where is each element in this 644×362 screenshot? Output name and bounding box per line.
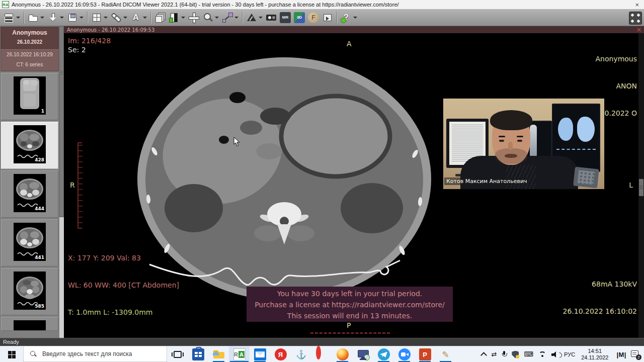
zoom-button[interactable]	[201, 11, 220, 25]
tray-defender[interactable]	[509, 351, 521, 358]
viewer-tab-close-button[interactable]: ×	[634, 27, 644, 33]
overlay-slice-info: T: 1.0mm L: -1309.0mm	[68, 308, 179, 317]
help-button[interactable]: ?	[339, 11, 359, 25]
dropdown-arrow-icon[interactable]	[234, 17, 238, 19]
dropdown-arrow-icon[interactable]	[60, 17, 64, 19]
series-thumbnail-scout[interactable]: 1	[1, 73, 58, 120]
app-logo-icon: RA	[2, 1, 9, 8]
taskbar-item-firefox[interactable]	[332, 346, 353, 362]
series-thumbnail-selected[interactable]: 428	[1, 122, 58, 169]
tray-expand-button[interactable]	[479, 351, 489, 357]
tray-network-activity[interactable]: ⇄	[489, 351, 499, 358]
taskbar-item-mail[interactable]	[250, 346, 270, 362]
mail-icon	[254, 348, 266, 360]
browse-series-button[interactable]	[153, 11, 167, 25]
dropdown-arrow-icon[interactable]	[79, 17, 84, 19]
menu-button[interactable]	[2, 11, 22, 25]
taskbar-item-powerpoint[interactable]: P	[415, 346, 435, 362]
image-scrollbar[interactable]	[638, 33, 644, 338]
study-header[interactable]: 26.10.2022 16:10:29 CT: 6 series	[1, 49, 59, 71]
taskbar-item-anchor[interactable]: ⚓	[291, 346, 311, 362]
tray-microphone[interactable]	[499, 351, 509, 358]
window-close-button[interactable]: ×	[630, 1, 644, 9]
annotations-button[interactable]: A	[129, 11, 148, 25]
transform-button[interactable]	[245, 11, 264, 25]
fullscreen-button[interactable]	[629, 12, 642, 25]
sidebar-scrollbar[interactable]	[59, 26, 64, 338]
export-window-button[interactable]	[320, 11, 335, 25]
measure-icon	[222, 12, 233, 23]
vertical-scale-ruler	[78, 143, 82, 228]
dropdown-arrow-icon[interactable]	[16, 17, 20, 19]
patient-header[interactable]: Anonymous 26.10.2022	[1, 27, 59, 49]
tray-language[interactable]: РУС	[561, 351, 578, 358]
taskbar-item-store[interactable]	[188, 346, 208, 362]
image-scrollbar-thumb[interactable]	[639, 179, 643, 196]
opera-icon	[316, 346, 321, 359]
mpr-button[interactable]: MR	[278, 11, 292, 25]
thumbnail-image: 585	[14, 272, 46, 310]
dropdown-arrow-icon[interactable]	[104, 17, 108, 19]
viewer-tab-bar[interactable]: Anonymous - 26.10.2022 16:09:53 ×	[64, 26, 644, 33]
pan-button[interactable]	[187, 11, 201, 25]
dropdown-arrow-icon[interactable]	[40, 17, 44, 19]
series-thumbnail[interactable]: 441	[1, 219, 58, 266]
tray-wifi[interactable]	[536, 351, 549, 357]
measure-button[interactable]	[220, 11, 240, 25]
microphone-icon	[502, 351, 507, 358]
radiant-icon: RA	[233, 348, 246, 360]
tray-im-app[interactable]: |М|	[612, 351, 631, 358]
sidebar-scrollbar-thumb[interactable]	[59, 26, 64, 217]
fusion-button[interactable]: F	[306, 11, 320, 25]
taskbar-item-radiant[interactable]: RA	[229, 346, 250, 362]
series-thumbnail[interactable]: 585	[1, 268, 58, 315]
import-icon	[47, 12, 58, 23]
task-view-icon	[172, 348, 184, 360]
wifi-icon	[538, 351, 546, 357]
export-window-icon	[322, 12, 333, 23]
search-input[interactable]	[41, 350, 159, 358]
action-center-button[interactable]: 2	[631, 350, 640, 358]
telegram-icon	[378, 348, 390, 360]
taskbar-item-paint[interactable]: ✎	[435, 346, 456, 362]
trial-line-1: You have 30 days left in your trial peri…	[247, 288, 453, 299]
shield-icon	[512, 351, 519, 358]
taskbar-item-remote-desktop[interactable]	[353, 346, 373, 362]
synchronize-button[interactable]	[109, 11, 129, 25]
taskbar-item-yandex[interactable]: Я	[270, 346, 291, 362]
series-layout-button[interactable]	[90, 11, 109, 25]
taskbar-item-telegram[interactable]	[373, 346, 394, 362]
dropdown-arrow-icon[interactable]	[259, 17, 263, 19]
overlay-patient-id: ANON	[589, 81, 637, 90]
cine-button[interactable]	[264, 11, 278, 25]
import-button[interactable]	[46, 11, 65, 25]
overlay-exposure: 68mA 130kV	[563, 280, 637, 289]
window-level-button[interactable]	[167, 11, 187, 25]
3d-button[interactable]: 3D	[292, 11, 306, 25]
save-button[interactable]	[65, 11, 85, 25]
taskbar-search[interactable]	[23, 346, 167, 362]
trial-notice: You have 30 days left in your trial peri…	[247, 287, 453, 322]
taskbar-item-opera[interactable]	[311, 346, 332, 362]
window-title: Anonymous - 26.10.2022 16:09:53 - RadiAn…	[12, 2, 399, 8]
dropdown-arrow-icon[interactable]	[181, 17, 185, 19]
title-bar: RA Anonymous - 26.10.2022 16:09:53 - Rad…	[0, 0, 644, 10]
series-thumbnail[interactable]: 444	[1, 170, 58, 218]
dropdown-arrow-icon[interactable]	[143, 17, 147, 19]
microsoft-store-icon	[192, 348, 204, 360]
image-stack-icon	[154, 12, 166, 23]
dropdown-arrow-icon[interactable]	[215, 17, 219, 19]
taskbar-item-zoom[interactable]	[394, 346, 415, 362]
task-view-button[interactable]	[167, 346, 188, 362]
patient-date: 26.10.2022	[1, 39, 58, 45]
dropdown-arrow-icon[interactable]	[123, 17, 127, 19]
series-thumbnail-clipped[interactable]	[1, 317, 58, 331]
tray-touch-keyboard[interactable]: ⌨	[521, 351, 536, 358]
tray-clock[interactable]: 14:51 24.11.2022	[578, 348, 612, 361]
start-button[interactable]	[0, 346, 23, 362]
dropdown-arrow-icon[interactable]	[353, 17, 357, 19]
open-folder-button[interactable]	[26, 11, 46, 25]
tray-volume[interactable]	[549, 351, 561, 358]
taskbar-item-explorer[interactable]	[208, 346, 229, 362]
thumbnail-image: 428	[14, 125, 46, 163]
